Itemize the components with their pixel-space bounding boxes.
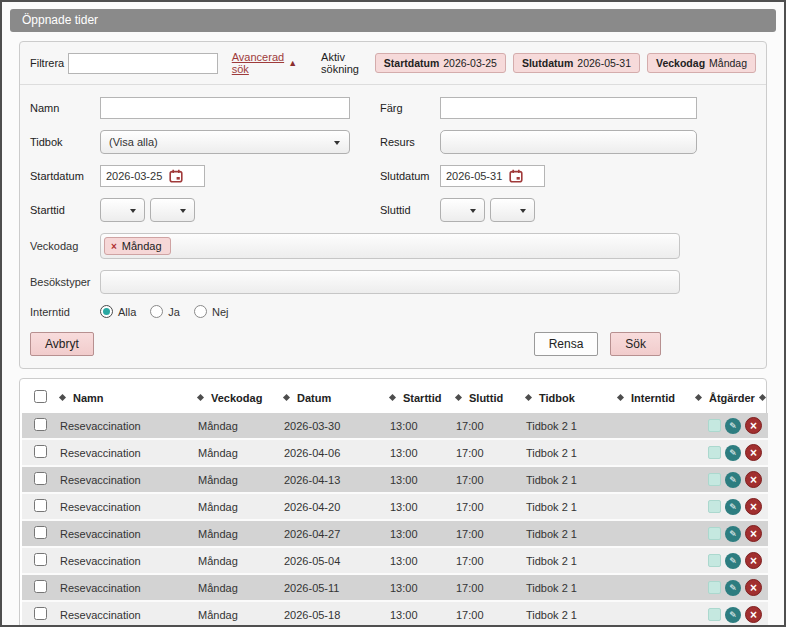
delete-icon[interactable]: × (745, 552, 762, 569)
starttid-minute-select[interactable] (150, 198, 195, 222)
cell-tidbok: Tidbok 2 1 (522, 574, 614, 601)
col-atgarder[interactable]: Åtgärder (709, 392, 755, 404)
avbryt-button[interactable]: Avbryt (30, 332, 94, 356)
edit-icon[interactable]: ✎ (725, 553, 741, 569)
sort-icon[interactable] (525, 394, 532, 401)
starttid-hour-select[interactable] (100, 198, 145, 222)
sort-icon[interactable] (617, 394, 624, 401)
color-swatch-button[interactable] (708, 500, 721, 513)
cell-interntid (614, 520, 692, 547)
row-checkbox[interactable] (34, 553, 47, 566)
row-actions: ✎ × (696, 471, 764, 488)
color-swatch-button[interactable] (708, 608, 721, 621)
row-checkbox[interactable] (34, 445, 47, 458)
veckodag-tag: × Måndag (104, 237, 171, 255)
cell-starttid: 13:00 (386, 493, 452, 520)
delete-icon[interactable]: × (745, 579, 762, 596)
edit-icon[interactable]: ✎ (725, 580, 741, 596)
col-datum[interactable]: Datum (297, 392, 331, 404)
sluttid-hour-select[interactable] (440, 198, 485, 222)
col-veckodag[interactable]: Veckodag (211, 392, 262, 404)
veckodag-label: Veckodag (30, 240, 100, 252)
table-row: Resevaccination Måndag 2026-05-04 13:00 … (22, 547, 768, 574)
advanced-search-link[interactable]: Avancerad sök (232, 51, 284, 75)
row-checkbox[interactable] (34, 472, 47, 485)
delete-icon[interactable]: × (745, 471, 762, 488)
color-swatch-button[interactable] (708, 446, 721, 459)
sok-button[interactable]: Sök (610, 332, 661, 356)
filter-header-row: Filtrera Avancerad sök ▲ Aktiv sökning S… (20, 42, 766, 85)
rensa-button[interactable]: Rensa (534, 332, 599, 356)
edit-icon[interactable]: ✎ (725, 445, 741, 461)
cell-interntid (614, 493, 692, 520)
delete-icon[interactable]: × (745, 498, 762, 515)
cell-datum: 2026-05-11 (280, 574, 386, 601)
cell-sluttid: 17:00 (452, 547, 522, 574)
col-namn[interactable]: Namn (73, 392, 104, 404)
edit-icon[interactable]: ✎ (725, 499, 741, 515)
row-checkbox[interactable] (34, 499, 47, 512)
startdatum-input[interactable]: 2026-03-25 (100, 165, 205, 187)
cell-datum: 2026-05-04 (280, 547, 386, 574)
row-checkbox[interactable] (34, 526, 47, 539)
besokstyper-input[interactable] (100, 270, 680, 294)
cell-sluttid: 17:00 (452, 574, 522, 601)
edit-icon[interactable]: ✎ (725, 607, 741, 623)
namn-input[interactable] (100, 97, 350, 119)
collapse-triangle-icon[interactable]: ▲ (288, 58, 297, 68)
cell-interntid (614, 413, 692, 439)
sort-icon[interactable] (455, 394, 462, 401)
edit-icon[interactable]: ✎ (725, 472, 741, 488)
delete-icon[interactable]: × (745, 444, 762, 461)
veckodag-multiselect[interactable]: × Måndag (100, 233, 680, 259)
sort-icon[interactable] (283, 394, 290, 401)
farg-input[interactable] (440, 97, 697, 119)
calendar-icon[interactable] (169, 169, 183, 183)
color-swatch-button[interactable] (708, 473, 721, 486)
delete-icon[interactable]: × (745, 417, 762, 434)
sort-icon[interactable] (759, 394, 766, 401)
row-actions: ✎ × (696, 579, 764, 596)
color-swatch-button[interactable] (708, 419, 721, 432)
table-row: Resevaccination Måndag 2026-04-20 13:00 … (22, 493, 768, 520)
remove-tag-icon[interactable]: × (111, 241, 117, 252)
color-swatch-button[interactable] (708, 527, 721, 540)
sort-icon[interactable] (197, 394, 204, 401)
col-tidbok[interactable]: Tidbok (539, 392, 575, 404)
besokstyper-label: Besökstyper (30, 276, 100, 288)
row-checkbox[interactable] (34, 418, 47, 431)
row-checkbox[interactable] (34, 607, 47, 620)
cell-datum: 2026-04-20 (280, 493, 386, 520)
radio-nej[interactable]: Nej (194, 305, 229, 318)
edit-icon[interactable]: ✎ (725, 526, 741, 542)
radio-ja[interactable]: Ja (150, 305, 180, 318)
color-swatch-button[interactable] (708, 581, 721, 594)
sluttid-minute-select[interactable] (490, 198, 535, 222)
calendar-icon[interactable] (509, 169, 523, 183)
cell-sluttid: 17:00 (452, 466, 522, 493)
col-interntid[interactable]: Interntid (631, 392, 675, 404)
cell-datum: 2026-05-18 (280, 601, 386, 627)
edit-icon[interactable]: ✎ (725, 418, 741, 434)
sort-icon[interactable] (389, 394, 396, 401)
cell-namn: Resevaccination (56, 574, 194, 601)
filtrera-input[interactable] (68, 53, 218, 74)
delete-icon[interactable]: × (745, 606, 762, 623)
cell-interntid (614, 601, 692, 627)
sort-icon[interactable] (59, 394, 66, 401)
row-checkbox[interactable] (34, 580, 47, 593)
resurs-input[interactable] (440, 130, 697, 154)
col-starttid[interactable]: Starttid (403, 392, 442, 404)
cell-tidbok: Tidbok 2 1 (522, 466, 614, 493)
radio-alla[interactable]: Alla (100, 305, 136, 318)
col-sluttid[interactable]: Sluttid (469, 392, 503, 404)
badge-veckodag: VeckodagMåndag (647, 53, 756, 73)
delete-icon[interactable]: × (745, 525, 762, 542)
select-all-checkbox[interactable] (34, 390, 47, 403)
color-swatch-button[interactable] (708, 554, 721, 567)
slutdatum-input[interactable]: 2026-05-31 (440, 165, 545, 187)
row-actions: ✎ × (696, 606, 764, 623)
sort-icon[interactable] (695, 394, 702, 401)
tidbok-select[interactable]: (Visa alla) (100, 130, 350, 154)
cell-starttid: 13:00 (386, 601, 452, 627)
